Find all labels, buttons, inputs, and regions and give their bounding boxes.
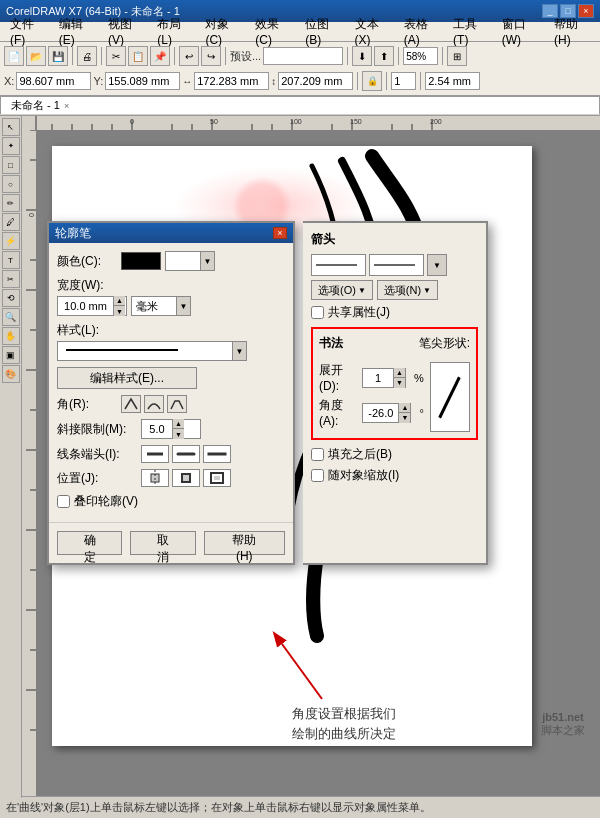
miter-spinner[interactable]: ▲ ▼	[141, 419, 201, 439]
tool-node[interactable]: ✦	[2, 137, 20, 155]
angle-row: 角度(A): ▲ ▼ °	[319, 397, 424, 428]
style-input-row: ▼	[57, 341, 285, 361]
corner-icons	[121, 395, 187, 413]
width-spinner[interactable]: ▲ ▼	[57, 296, 127, 316]
edit-style-btn[interactable]: 编辑样式(E)...	[57, 367, 197, 389]
save-btn[interactable]: 💾	[48, 46, 68, 66]
tool-pen[interactable]: 🖊	[2, 213, 20, 231]
tool-color[interactable]: 🎨	[2, 365, 20, 383]
help-btn[interactable]: 帮助(H)	[204, 531, 285, 555]
unit-combo-arrow[interactable]: ▼	[176, 297, 190, 315]
tool-rectangle[interactable]: □	[2, 156, 20, 174]
y-input[interactable]	[105, 72, 180, 90]
corner-miter[interactable]	[121, 395, 141, 413]
expand-up[interactable]: ▲	[393, 368, 405, 378]
redo-btn[interactable]: ↪	[201, 46, 221, 66]
pen-preview-line	[439, 376, 461, 418]
width-value[interactable]	[58, 300, 113, 312]
style-combo[interactable]: ▼	[57, 341, 247, 361]
svg-text:50: 50	[210, 118, 218, 125]
miter-up[interactable]: ▲	[172, 419, 184, 429]
position-center[interactable]	[141, 469, 169, 487]
tool-crop[interactable]: ✂	[2, 270, 20, 288]
tab-close-icon[interactable]: ×	[64, 101, 69, 111]
overprint-label: 叠印轮廓(V)	[74, 493, 138, 510]
miter-down[interactable]: ▼	[172, 429, 184, 439]
angle-value[interactable]	[363, 407, 398, 419]
tool-pan[interactable]: ✋	[2, 327, 20, 345]
paste-btn[interactable]: 📌	[150, 46, 170, 66]
tool-smart[interactable]: ⚡	[2, 232, 20, 250]
linecap-round[interactable]	[172, 445, 200, 463]
width-down[interactable]: ▼	[113, 306, 125, 316]
w-input[interactable]	[194, 72, 269, 90]
scale-with-checkbox[interactable]	[311, 469, 324, 482]
miter-value[interactable]	[142, 423, 172, 435]
expand-down[interactable]: ▼	[393, 378, 405, 388]
color-combo-arrow[interactable]: ▼	[200, 252, 214, 270]
tool-zoom[interactable]: 🔍	[2, 308, 20, 326]
import-btn[interactable]: ⬇	[352, 46, 372, 66]
new-btn[interactable]: 📄	[4, 46, 24, 66]
outline-dialog-close[interactable]: ×	[273, 227, 287, 239]
linecap-flat[interactable]	[141, 445, 169, 463]
color-combo[interactable]: ▼	[165, 251, 215, 271]
options-left-btn[interactable]: 选项(O) ▼	[311, 280, 373, 300]
watermark: jb51.net 脚本之家	[541, 711, 585, 738]
snap-btn[interactable]: ⊞	[447, 46, 467, 66]
fill-behind-checkbox[interactable]	[311, 448, 324, 461]
expand-value[interactable]	[363, 372, 393, 384]
size2-input[interactable]	[425, 72, 480, 90]
tool-ellipse[interactable]: ○	[2, 175, 20, 193]
width-spin-buttons: ▲ ▼	[113, 296, 125, 316]
undo-btn[interactable]: ↩	[179, 46, 199, 66]
toolbar-area: 📄 📂 💾 🖨 ✂ 📋 📌 ↩ ↪ 预设... ⬇ ⬆ ⊞ X: Y: ↔ ↕ …	[0, 42, 600, 96]
document-tab[interactable]: 未命名 - 1 ×	[0, 96, 600, 114]
h-input[interactable]	[278, 72, 353, 90]
zoom-input[interactable]	[403, 47, 438, 65]
angle-spinner[interactable]: ▲ ▼	[362, 403, 411, 423]
preset-input[interactable]	[263, 47, 343, 65]
overprint-checkbox[interactable]	[57, 495, 70, 508]
x-input[interactable]	[16, 72, 91, 90]
export-btn[interactable]: ⬆	[374, 46, 394, 66]
copy-btn[interactable]: 📋	[128, 46, 148, 66]
position-icons	[141, 469, 231, 487]
arrow-right-combo[interactable]	[369, 254, 424, 276]
options-right-btn[interactable]: 选项(N) ▼	[377, 280, 438, 300]
tool-text[interactable]: T	[2, 251, 20, 269]
lock-ratio-btn[interactable]: 🔒	[362, 71, 382, 91]
tool-select[interactable]: ↖	[2, 118, 20, 136]
confirm-btn[interactable]: 确定	[57, 531, 122, 555]
width-up[interactable]: ▲	[113, 296, 125, 306]
style-combo-arrow[interactable]: ▼	[232, 342, 246, 360]
cancel-btn[interactable]: 取消	[130, 531, 195, 555]
sep-2	[101, 47, 102, 65]
corner-round[interactable]	[144, 395, 164, 413]
svg-text:150: 150	[350, 118, 362, 125]
print-btn[interactable]: 🖨	[77, 46, 97, 66]
arrow-left-combo[interactable]	[311, 254, 366, 276]
tool-pencil[interactable]: ✏	[2, 194, 20, 212]
position-inside[interactable]	[172, 469, 200, 487]
angle-up[interactable]: ▲	[398, 403, 410, 413]
shared-checkbox[interactable]	[311, 306, 324, 319]
position-outside[interactable]	[203, 469, 231, 487]
expand-spinner[interactable]: ▲ ▼	[362, 368, 406, 388]
color-swatch[interactable]	[121, 252, 161, 270]
tool-transform[interactable]: ⟲	[2, 289, 20, 307]
top-ruler: 0 50 100 150 200	[22, 116, 600, 130]
scale-with-label: 随对象缩放(I)	[328, 467, 399, 484]
left-ruler: 0	[22, 130, 36, 798]
corner-bevel[interactable]	[167, 395, 187, 413]
size-input[interactable]	[391, 72, 416, 90]
unit-combo[interactable]: 毫米 ▼	[131, 296, 191, 316]
calligraphy-section: 书法 笔尖形状: 展开(D):	[311, 327, 478, 440]
arrow-options-btn[interactable]: ▼	[427, 254, 447, 276]
linecap-square[interactable]	[203, 445, 231, 463]
tool-fill[interactable]: ▣	[2, 346, 20, 364]
angle-down[interactable]: ▼	[398, 413, 410, 423]
open-btn[interactable]: 📂	[26, 46, 46, 66]
miter-label: 斜接限制(M):	[57, 421, 137, 438]
cut-btn[interactable]: ✂	[106, 46, 126, 66]
